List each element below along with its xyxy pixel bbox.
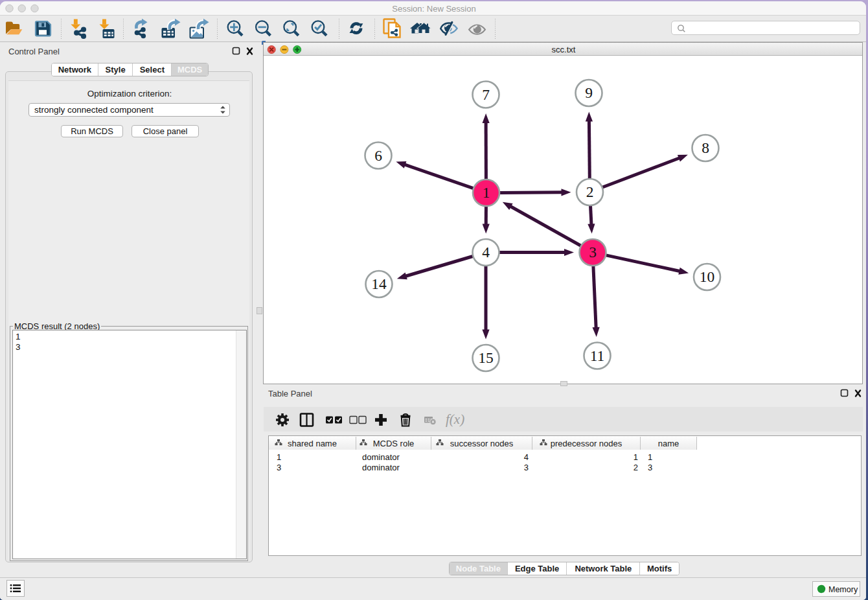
svg-text:3: 3 [589, 244, 597, 260]
svg-text:15: 15 [478, 349, 494, 366]
svg-text:f(x): f(x) [446, 411, 464, 427]
svg-text:11: 11 [590, 347, 605, 364]
svg-text:10: 10 [700, 268, 715, 285]
svg-text:1: 1 [483, 184, 490, 201]
svg-text:7: 7 [482, 86, 490, 103]
svg-text:6: 6 [374, 147, 382, 164]
svg-text:2: 2 [586, 183, 594, 200]
svg-text:14: 14 [371, 275, 387, 292]
svg-text:4: 4 [482, 244, 490, 260]
svg-text:8: 8 [702, 139, 709, 156]
svg-text:9: 9 [585, 84, 593, 101]
